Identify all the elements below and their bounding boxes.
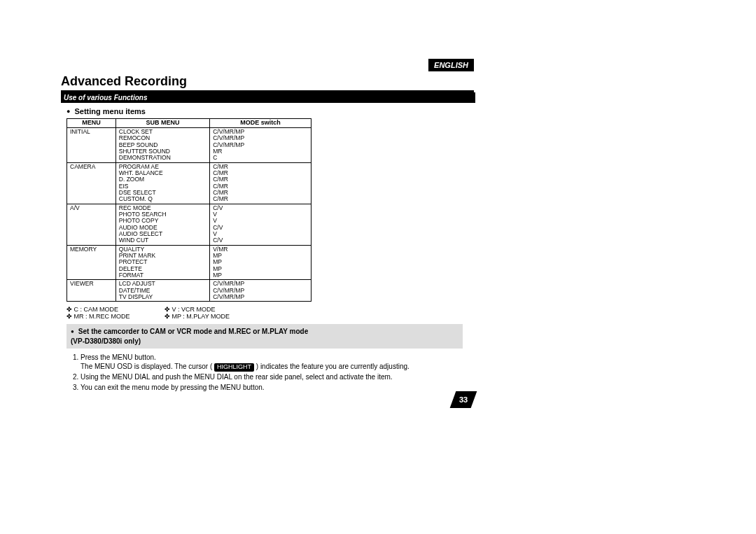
cell-menu: A/V — [67, 204, 116, 245]
legend-v: ✤ V : VCR MODE — [164, 306, 262, 313]
cell-mode: C/VVVC/VVC/V — [210, 204, 312, 245]
cell-menu: MEMORY — [67, 245, 116, 280]
th-modeswitch: MODE switch — [210, 119, 312, 128]
manual-page: ENGLISH Advanced Recording Use of variou… — [61, 59, 474, 393]
language-badge: ENGLISH — [428, 59, 474, 71]
graybox-line1: Set the camcorder to CAM or VCR mode and… — [71, 328, 308, 335]
page-title: Advanced Recording — [61, 74, 474, 89]
cell-mode: C/V/MR/MPC/V/MR/MPC/V/MR/MPMRC — [210, 127, 312, 162]
instruction-steps: Press the MENU button. The MENU OSD is d… — [71, 353, 474, 392]
subtitle-bar: Use of various Functions — [61, 92, 475, 103]
cell-submenu: CLOCK SETREMOCONBEEP SOUNDSHUTTER SOUNDD… — [115, 127, 209, 162]
table-row: INITIALCLOCK SETREMOCONBEEP SOUNDSHUTTER… — [67, 127, 312, 162]
step-1: Press the MENU button. The MENU OSD is d… — [80, 353, 474, 372]
legend-c: ✤ C : CAM MODE — [66, 306, 164, 313]
mode-instruction-box: Set the camcorder to CAM or VCR mode and… — [66, 324, 463, 348]
page-number: 33 — [453, 391, 474, 408]
highlight-pill: HIGHLIGHT — [214, 363, 254, 372]
cell-submenu: QUALITYPRINT MARKPROTECTDELETEFORMAT — [115, 245, 209, 280]
cell-menu: INITIAL — [67, 127, 116, 162]
cell-menu: CAMERA — [67, 162, 116, 204]
step-3: You can exit the menu mode by pressing t… — [80, 383, 474, 393]
legend-mp: ✤ MP : M.PLAY MODE — [164, 313, 262, 320]
graybox-line2: (VP-D380/D380i only) — [71, 337, 141, 345]
page-number-badge: 33 — [450, 391, 477, 408]
cell-menu: VIEWER — [67, 280, 116, 302]
legend-mr: ✤ MR : M.REC MODE — [66, 313, 164, 320]
cell-mode: V/MRMPMPMPMP — [210, 245, 312, 280]
mode-legend: ✤ C : CAM MODE ✤ V : VCR MODE ✤ MR : M.R… — [66, 306, 474, 320]
cell-mode: C/V/MR/MPC/V/MR/MPC/V/MR/MP — [210, 280, 312, 302]
table-row: VIEWERLCD ADJUSTDATE/TIMETV DISPLAYC/V/M… — [67, 280, 312, 302]
table-row: MEMORYQUALITYPRINT MARKPROTECTDELETEFORM… — [67, 245, 312, 280]
table-row: A/VREC MODEPHOTO SEARCHPHOTO COPYAUDIO M… — [67, 204, 312, 245]
cell-submenu: REC MODEPHOTO SEARCHPHOTO COPYAUDIO MODE… — [115, 204, 209, 245]
cell-submenu: LCD ADJUSTDATE/TIMETV DISPLAY — [115, 280, 209, 302]
cell-mode: C/MRC/MRC/MRC/MRC/MRC/MR — [210, 162, 312, 204]
table-row: CAMERAPROGRAM AEWHT. BALANCED. ZOOMEISDS… — [67, 162, 312, 204]
table-header-row: MENU SUB MENU MODE switch — [67, 119, 312, 128]
th-submenu: SUB MENU — [115, 119, 209, 128]
section-heading: Setting menu items — [66, 107, 474, 115]
th-menu: MENU — [67, 119, 116, 128]
menu-settings-table: MENU SUB MENU MODE switch INITIALCLOCK S… — [66, 118, 312, 302]
step-2: Using the MENU DIAL and push the MENU DI… — [80, 372, 474, 382]
cell-submenu: PROGRAM AEWHT. BALANCED. ZOOMEISDSE SELE… — [115, 162, 209, 204]
